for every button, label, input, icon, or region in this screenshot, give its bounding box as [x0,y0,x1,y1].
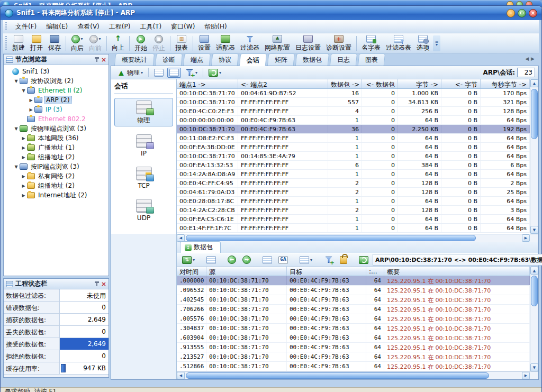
column-header-4[interactable]: 概要 [384,267,530,276]
export-button[interactable] [204,255,218,265]
menu-item-0[interactable]: 文件(F) [11,21,41,33]
toolbar-button-new[interactable]: 新建 [10,34,28,53]
table-row[interactable]: 00:0F:EA:13:32:53FF:FF:FF:FF:FF:FF60384 … [177,161,530,170]
scroll-thumb[interactable] [186,372,489,379]
column-header-2[interactable]: 目标 [287,267,366,276]
tab-4[interactable]: 会话 [239,53,267,66]
table-row[interactable]: 00:E0:28:08:17:8CFF:FF:FF:FF:FF:FF1064 B… [177,197,530,206]
close-button[interactable]: × [529,9,537,17]
scroll-track[interactable] [185,372,522,379]
tree-item-7[interactable]: ▶本地网段 (36) [5,133,107,143]
refresh-button[interactable] [357,255,371,265]
expander-icon[interactable]: ▶ [21,155,26,160]
table-row[interactable]: 00:14:2A:8A:D8:A9FF:FF:FF:FF:FF:FF1064 B… [177,170,530,179]
tree-item-8[interactable]: ▶广播地址 (1) [5,143,107,152]
horizontal-scrollbar[interactable]: ◀ ▶ [177,234,538,242]
expander-icon[interactable]: ▶ [21,193,26,198]
expander-icon[interactable]: ▶ [28,107,34,112]
menu-item-3[interactable]: 工程(P) [104,21,136,33]
table-row[interactable]: .91355500:10:DC:38:71:7000:E0:4C:F9:7B:6… [177,343,530,352]
tree-item-10[interactable]: ▼按IP端点浏览 (3) [5,162,107,171]
sort-button[interactable]: ⇅▾ [180,255,197,265]
expander-icon[interactable]: ▼ [13,165,19,169]
expander-icon[interactable]: ▶ [21,136,26,141]
tree-item-1[interactable]: ▼按协议浏览 (2) [5,76,107,86]
table-row[interactable]: .09653200:10:DC:38:71:7000:E0:4C:F9:7B:6… [177,286,530,295]
hex-view-button[interactable]: 6A [276,255,290,265]
column-header-6[interactable]: 每秒字节 -> [481,79,530,88]
expander-icon[interactable]: ▶ [21,184,26,188]
toolbar-button-diagset[interactable]: +诊断设置 [323,34,354,53]
toolbar-button-settings[interactable]: 设置 [195,34,213,53]
scroll-up-icon[interactable]: ▲ [530,267,538,275]
table-row[interactable]: .40254500:10:DC:38:71:7000:E0:4C:F9:7B:6… [177,295,530,305]
expander-icon[interactable]: ▶ [21,145,26,150]
toolbar-button-filter[interactable]: 过滤器 [238,34,262,53]
scroll-up-icon[interactable]: ▲ [530,79,538,87]
scroll-right-icon[interactable]: ▶ [522,372,530,379]
expander-icon[interactable]: ▶ [21,174,26,179]
tab-scroll-arrows[interactable]: ◀▶ [525,56,537,61]
table-row[interactable]: .00557600:10:DC:38:71:7000:E0:4C:F9:7B:6… [177,314,530,324]
menu-item-5[interactable]: 窗口(W) [166,21,200,33]
menu-item-4[interactable]: 工具(T) [135,21,166,33]
toolbar-button-nametable[interactable]: 名字表 [359,34,383,53]
toolbar-button-options[interactable]: 选项 [414,34,432,53]
pin-icon[interactable] [95,281,99,286]
tree-item-13[interactable]: ▶Internet地址 (2) [5,190,107,200]
scroll-left-icon[interactable]: ◀ [177,372,185,379]
table-row[interactable]: .51286600:10:DC:38:71:7000:E0:4C:F9:7B:6… [177,362,530,371]
tree-item-9[interactable]: ▶组播地址 (2) [5,152,107,162]
restore-button[interactable] [518,9,526,17]
session-type-IP[interactable]: IP [114,132,173,159]
scroll-thumb[interactable] [531,276,538,306]
detail-list-button[interactable] [167,68,181,78]
vertical-scrollbar[interactable]: ▲ ▼ [530,79,538,234]
toolbar-button-netconfig[interactable]: ♣网络配置 [262,34,293,53]
list-view-button[interactable] [260,255,274,265]
table-row[interactable]: 00:14:2A:C2:28:CBFF:FF:FF:FF:FF:FF20128 … [177,206,530,215]
next-packet-button[interactable]: → [240,254,253,265]
menu-item-2[interactable]: 查看(V) [73,21,104,33]
scroll-left-icon[interactable]: ◀ [177,234,185,242]
toolbar-button-adapter[interactable]: 适配器 [213,34,238,53]
horizontal-scrollbar[interactable]: ◀ ▶ [177,371,538,379]
tab-8[interactable]: 图表 [358,53,385,66]
column-header-5[interactable]: <- 字节 [441,79,481,88]
scroll-thumb[interactable] [531,89,538,139]
table-row[interactable]: 00:10:DC:38:71:7000:04:61:9D:B7:521601.0… [177,89,530,98]
column-header-1[interactable]: 源 [206,267,287,276]
scroll-thumb[interactable] [186,235,476,241]
session-type-UDP[interactable]: UDP [114,196,173,223]
column-header-3[interactable]: :... [366,267,384,276]
table-row[interactable]: 00:10:DC:38:71:70FF:FF:FF:FF:FF:FF557034… [177,98,530,107]
menu-item-6[interactable]: 帮助(H) [200,21,231,33]
close-panel-icon[interactable]: × [101,281,106,287]
toolbar-button-forward[interactable]: →▾向前 [86,34,104,53]
expander-icon[interactable]: ▼ [13,79,19,84]
tab-7[interactable]: 日志 [330,53,357,66]
table-row[interactable]: .60390400:10:DC:38:71:7000:E0:4C:F9:7B:6… [177,333,530,343]
tree-item-0[interactable]: Snif1 (3) [5,67,107,76]
table-row[interactable]: 00:10:DC:38:71:7000:14:85:3E:4A:791064 B… [177,152,530,161]
table-row[interactable]: .21352700:10:DC:38:71:7000:E0:4C:F9:7B:6… [177,352,530,362]
tab-3[interactable]: 协议 [211,53,239,66]
toolbar-button-up[interactable]: ↑向上 [109,34,127,53]
minimize-button[interactable]: – [507,9,515,17]
scroll-down-icon[interactable]: ▼ [530,363,538,371]
scroll-right-icon[interactable]: ▶ [522,234,530,242]
tab-0[interactable]: 概要统计 [114,53,155,66]
lock-button[interactable] [338,255,349,265]
tab-5[interactable]: 矩阵 [267,53,295,66]
column-header-4[interactable]: 字节 -> [398,79,441,88]
toolbar-button-open[interactable]: 打开 [28,34,46,53]
table-row[interactable]: 00:04:61:79:0A:D3FF:FF:FF:FF:FF:FF20128 … [177,188,530,197]
table-row[interactable]: 00:0F:EA:C5:C6:1EFF:FF:FF:FF:FF:FF1064 B… [177,215,530,224]
scroll-track[interactable] [530,87,538,226]
tree-item-4[interactable]: ▶IP (3) [5,105,107,114]
close-panel-icon[interactable]: × [101,57,106,63]
toolbar-button-back[interactable]: ←▾向后 [68,34,86,53]
table-row[interactable]: 00:E0:4C:C0:2E:F3FF:FF:FF:FF:FF:FF40256 … [177,107,530,116]
tab-1[interactable]: 诊断 [155,53,183,66]
add-filter-button[interactable]: + ▾ [183,68,200,78]
